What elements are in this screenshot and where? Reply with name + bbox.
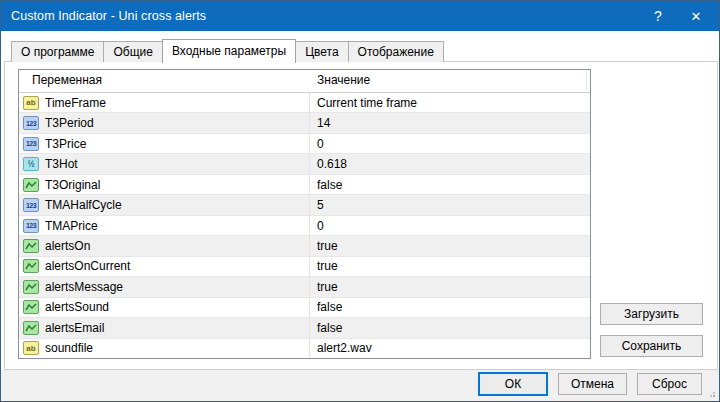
indicator-properties-dialog: Custom Indicator - Uni cross alerts ? ✕ … <box>0 0 720 402</box>
parameter-value-cell[interactable]: true <box>309 257 590 276</box>
table-row[interactable]: alertsMessage true <box>19 276 590 296</box>
table-row[interactable]: alertsOnCurrent true <box>19 256 590 276</box>
boolean-type-icon <box>23 280 39 294</box>
save-button[interactable]: Сохранить <box>600 335 703 357</box>
reset-button[interactable]: Сброс <box>637 373 702 395</box>
parameter-name: soundfile <box>45 341 93 355</box>
close-button[interactable]: ✕ <box>679 1 713 31</box>
parameter-name-cell: alertsMessage <box>19 277 309 296</box>
close-icon: ✕ <box>691 9 702 24</box>
table-row[interactable]: ab soundfile alert2.wav <box>19 338 590 358</box>
table-row[interactable]: T3Original false <box>19 174 590 194</box>
ok-button[interactable]: ОК <box>478 372 548 396</box>
parameter-name-cell: 123 T3Period <box>19 113 309 132</box>
parameter-name-cell: ab soundfile <box>19 339 309 358</box>
parameter-name-cell: ab TimeFrame <box>19 93 309 112</box>
parameter-name: alertsEmail <box>45 321 104 335</box>
parameter-name: TMAPrice <box>45 219 98 233</box>
tab-4[interactable]: Цвета <box>295 41 348 62</box>
parameter-value-cell[interactable]: Current time frame <box>309 93 590 112</box>
parameter-name-cell: T3Original <box>19 175 309 194</box>
table-row[interactable]: ab TimeFrame Current time frame <box>19 93 590 112</box>
parameter-name: T3Original <box>45 178 100 192</box>
table-row[interactable]: 123 TMAHalfCycle 5 <box>19 194 590 214</box>
table-row[interactable]: ½ T3Hot 0.618 <box>19 153 590 173</box>
parameter-value-cell[interactable]: 0 <box>309 134 590 153</box>
column-header-variable: Переменная <box>19 70 309 92</box>
boolean-type-icon <box>23 178 39 192</box>
parameter-value-cell[interactable]: false <box>309 298 590 317</box>
parameter-name-cell: ½ T3Hot <box>19 154 309 173</box>
parameter-name: alertsMessage <box>45 280 123 294</box>
table-row[interactable]: 123 TMAPrice 0 <box>19 215 590 235</box>
parameter-name: T3Price <box>45 137 86 151</box>
tab-5[interactable]: Отображение <box>348 41 444 62</box>
parameter-value-cell[interactable]: false <box>309 318 590 337</box>
parameter-name-cell: alertsSound <box>19 298 309 317</box>
tab-2[interactable]: Общие <box>103 41 162 62</box>
parameter-value-cell[interactable]: 0.618 <box>309 154 590 173</box>
parameter-name-cell: alertsOn <box>19 236 309 255</box>
parameter-value-cell[interactable]: false <box>309 175 590 194</box>
string-type-icon: ab <box>23 341 39 355</box>
help-icon: ? <box>654 8 662 24</box>
tab-bar: О программеОбщиеВходные параметрыЦветаОт… <box>11 38 443 62</box>
parameter-name-cell: alertsOnCurrent <box>19 257 309 276</box>
boolean-type-icon <box>23 321 39 335</box>
table-row[interactable]: alertsOn true <box>19 235 590 255</box>
integer-type-icon: 123 <box>23 116 39 130</box>
cancel-button[interactable]: Отмена <box>558 373 627 395</box>
boolean-type-icon <box>23 300 39 314</box>
parameter-name: TimeFrame <box>45 96 106 110</box>
parameter-value-cell[interactable]: true <box>309 236 590 255</box>
table-row[interactable]: 123 T3Price 0 <box>19 133 590 153</box>
boolean-type-icon <box>23 239 39 253</box>
parameter-name-cell: 123 T3Price <box>19 134 309 153</box>
parameter-name: alertsOn <box>45 239 90 253</box>
parameter-name: T3Period <box>45 116 94 130</box>
parameter-value-cell[interactable]: true <box>309 277 590 296</box>
table-row[interactable]: alertsSound false <box>19 297 590 317</box>
column-header-value: Значение <box>309 70 590 92</box>
parameter-value-cell[interactable]: 0 <box>309 216 590 235</box>
title-bar: Custom Indicator - Uni cross alerts ? ✕ <box>1 1 719 31</box>
tab-3[interactable]: Входные параметры <box>162 39 296 63</box>
table-row[interactable]: alertsEmail false <box>19 317 590 337</box>
parameter-value-cell[interactable]: alert2.wav <box>309 339 590 358</box>
resize-grip[interactable] <box>706 388 716 398</box>
load-button[interactable]: Загрузить <box>600 303 703 325</box>
boolean-type-icon <box>23 259 39 273</box>
table-row[interactable]: 123 T3Period 14 <box>19 112 590 132</box>
parameter-name-cell: alertsEmail <box>19 318 309 337</box>
parameter-name: alertsOnCurrent <box>45 259 130 273</box>
parameter-rows: ab TimeFrame Current time frame 123 T3Pe… <box>19 93 590 358</box>
parameter-name: TMAHalfCycle <box>45 198 122 212</box>
column-divider <box>309 70 310 358</box>
parameter-name: T3Hot <box>45 157 78 171</box>
integer-type-icon: 123 <box>23 137 39 151</box>
string-type-icon: ab <box>23 96 39 110</box>
parameter-value-cell[interactable]: 14 <box>309 113 590 132</box>
parameter-value-cell[interactable]: 5 <box>309 195 590 214</box>
parameter-name-cell: 123 TMAHalfCycle <box>19 195 309 214</box>
parameters-table: Переменная Значение ab TimeFrame Current… <box>18 69 591 359</box>
parameter-name: alertsSound <box>45 300 109 314</box>
double-type-icon: ½ <box>23 157 39 171</box>
table-header: Переменная Значение <box>19 70 590 93</box>
tab-1[interactable]: О программе <box>11 41 104 62</box>
help-button[interactable]: ? <box>641 1 675 31</box>
integer-type-icon: 123 <box>23 219 39 233</box>
integer-type-icon: 123 <box>23 198 39 212</box>
window-title: Custom Indicator - Uni cross alerts <box>1 9 206 23</box>
parameter-name-cell: 123 TMAPrice <box>19 216 309 235</box>
